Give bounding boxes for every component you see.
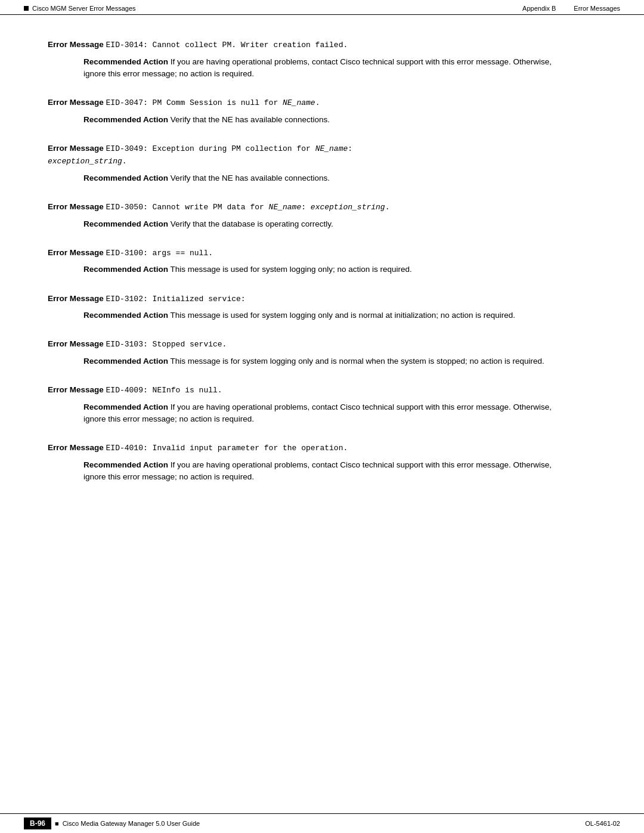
header-left: Cisco MGM Server Error Messages — [24, 5, 136, 12]
rec-action-label-4009: Recommended Action — [83, 402, 168, 411]
footer-right: OL-5461-02 — [585, 820, 620, 827]
content-area: Error Message EID-3014: Cannot collect P… — [0, 15, 644, 813]
footer-bar: B-96 ■ Cisco Media Gateway Manager 5.0 U… — [0, 813, 644, 833]
header-chapter-title: Error Messages — [574, 5, 620, 12]
error-entry-3014: Error Message EID-3014: Cannot collect P… — [48, 39, 596, 80]
rec-action-label-4010: Recommended Action — [83, 460, 168, 469]
error-message-label: Error Message — [48, 40, 104, 49]
error-code-3047: EID-3047: PM Comm Session is null for NE… — [106, 98, 320, 107]
error-code-3049-line2: exception_string. — [48, 156, 596, 168]
header-right: Appendix B Error Messages — [522, 5, 620, 12]
recommended-action-3102: Recommended Action This message is used … — [48, 309, 596, 321]
error-code-3049: EID-3049: Exception during PM collection… — [106, 144, 352, 153]
rec-action-label-3100: Recommended Action — [83, 265, 168, 274]
error-entry-3050: Error Message EID-3050: Cannot write PM … — [48, 201, 596, 230]
header-section-title: Cisco MGM Server Error Messages — [32, 5, 136, 12]
error-message-line-4009: Error Message EID-4009: NEInfo is null. — [48, 384, 596, 397]
rec-action-label-3103: Recommended Action — [83, 357, 168, 366]
error-code-3103: EID-3103: Stopped service. — [106, 340, 227, 349]
error-code-3050: EID-3050: Cannot write PM data for NE_na… — [106, 203, 390, 212]
rec-action-text-3100: This message is used for system logging … — [171, 265, 412, 274]
page-container: Cisco MGM Server Error Messages Appendix… — [0, 0, 644, 833]
error-message-line-3100: Error Message EID-3100: args == null. — [48, 247, 596, 259]
error-code-4010: EID-4010: Invalid input parameter for th… — [106, 444, 348, 453]
rec-action-text-3050: Verify that the database is operating co… — [171, 219, 333, 228]
recommended-action-3103: Recommended Action This message is for s… — [48, 355, 596, 367]
error-message-label-3047: Error Message — [48, 98, 104, 107]
error-entry-4009: Error Message EID-4009: NEInfo is null. … — [48, 384, 596, 425]
error-message-line-3050: Error Message EID-3050: Cannot write PM … — [48, 201, 596, 213]
error-message-line-3102: Error Message EID-3102: Initialized serv… — [48, 293, 596, 305]
page-number: B-96 — [24, 817, 51, 829]
error-code-3102: EID-3102: Initialized service: — [106, 295, 246, 304]
error-entry-3100: Error Message EID-3100: args == null. Re… — [48, 247, 596, 276]
error-message-label-3049: Error Message — [48, 144, 104, 153]
recommended-action-3049: Recommended Action Verify that the NE ha… — [48, 172, 596, 184]
footer-left: B-96 ■ Cisco Media Gateway Manager 5.0 U… — [24, 817, 200, 829]
rec-action-label-3050: Recommended Action — [83, 219, 168, 228]
rec-action-text-3103: This message is for system logging only … — [171, 357, 544, 366]
error-message-label-3050: Error Message — [48, 202, 104, 211]
error-message-line-3049: Error Message EID-3049: Exception during… — [48, 143, 596, 168]
recommended-action-4010: Recommended Action If you are having ope… — [48, 459, 596, 484]
error-message-label-3103: Error Message — [48, 339, 104, 348]
error-code-4009: EID-4009: NEInfo is null. — [106, 386, 222, 395]
rec-action-text-3049: Verify that the NE has available connect… — [171, 174, 330, 182]
rec-action-label-3102: Recommended Action — [83, 311, 168, 320]
error-message-line-3014: Error Message EID-3014: Cannot collect P… — [48, 39, 596, 51]
error-code-3014: EID-3014: Cannot collect PM. Writer crea… — [106, 41, 348, 49]
rec-action-label: Recommended Action — [83, 57, 168, 66]
error-entry-3103: Error Message EID-3103: Stopped service.… — [48, 338, 596, 367]
footer-guide-title: Cisco Media Gateway Manager 5.0 User Gui… — [63, 820, 200, 827]
header-square-icon — [24, 6, 29, 11]
recommended-action-3100: Recommended Action This message is used … — [48, 264, 596, 275]
recommended-action-3047: Recommended Action Verify that the NE ha… — [48, 114, 596, 126]
error-entry-4010: Error Message EID-4010: Invalid input pa… — [48, 442, 596, 483]
error-message-line-3047: Error Message EID-3047: PM Comm Session … — [48, 97, 596, 109]
header-appendix: Appendix B — [522, 5, 556, 12]
footer-doc-number: OL-5461-02 — [585, 820, 620, 827]
rec-action-text-3102: This message is used for system logging … — [171, 311, 516, 320]
error-message-line-3103: Error Message EID-3103: Stopped service. — [48, 338, 596, 351]
error-message-label-4010: Error Message — [48, 443, 104, 452]
error-code-3100: EID-3100: args == null. — [106, 249, 213, 258]
error-message-line-4010: Error Message EID-4010: Invalid input pa… — [48, 442, 596, 454]
recommended-action-3014: Recommended Action If you are having ope… — [48, 56, 596, 80]
footer-divider-icon: ■ — [55, 820, 59, 827]
error-message-label-4009: Error Message — [48, 385, 104, 394]
error-entry-3047: Error Message EID-3047: PM Comm Session … — [48, 97, 596, 126]
header-bar: Cisco MGM Server Error Messages Appendix… — [0, 0, 644, 15]
error-entry-3049: Error Message EID-3049: Exception during… — [48, 143, 596, 184]
error-message-label-3100: Error Message — [48, 248, 104, 257]
rec-action-label-3049: Recommended Action — [83, 174, 168, 182]
rec-action-label-3047: Recommended Action — [83, 115, 168, 124]
rec-action-text-3047: Verify that the NE has available connect… — [171, 115, 330, 124]
error-message-label-3102: Error Message — [48, 294, 104, 303]
recommended-action-3050: Recommended Action Verify that the datab… — [48, 218, 596, 230]
error-entry-3102: Error Message EID-3102: Initialized serv… — [48, 293, 596, 322]
recommended-action-4009: Recommended Action If you are having ope… — [48, 401, 596, 426]
